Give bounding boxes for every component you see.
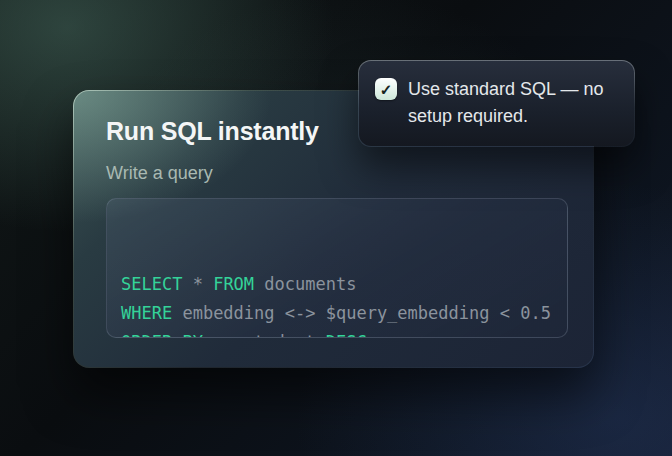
background: Run SQL instantly Write a query SELECT *… <box>0 0 672 456</box>
code-line: SELECT * FROM documents <box>121 270 553 299</box>
code-line: WHERE embedding <-> $query_embedding < 0… <box>121 299 553 328</box>
code-token-kw: FROM <box>213 274 254 294</box>
code-token-plain: embedding <-> $query_embedding < 0.5 <box>172 303 551 323</box>
standard-sql-tooltip-body: ✓ Use standard SQL — no setup required. <box>359 61 634 146</box>
code-token-kw: SELECT <box>121 274 182 294</box>
code-token-plain: created_at <box>203 332 326 338</box>
sql-code-editor[interactable]: SELECT * FROM documentsWHERE embedding <… <box>106 198 568 338</box>
standard-sql-checkbox[interactable]: ✓ <box>375 78 397 100</box>
code-line: ORDER BY created_at DESC <box>121 328 553 338</box>
check-icon: ✓ <box>380 82 393 97</box>
tooltip-label: Use standard SQL — no setup required. <box>408 76 616 130</box>
card-subtitle: Write a query <box>106 161 561 185</box>
code-token-kw: DESC <box>326 332 367 338</box>
code-token-kw: ORDER BY <box>121 332 203 338</box>
code-token-kw: WHERE <box>121 303 172 323</box>
sql-code-lines: SELECT * FROM documentsWHERE embedding <… <box>121 270 553 338</box>
standard-sql-tooltip: ✓ Use standard SQL — no setup required. <box>358 60 635 147</box>
code-token-plain: documents <box>254 274 356 294</box>
code-token-plain: * <box>182 274 213 294</box>
